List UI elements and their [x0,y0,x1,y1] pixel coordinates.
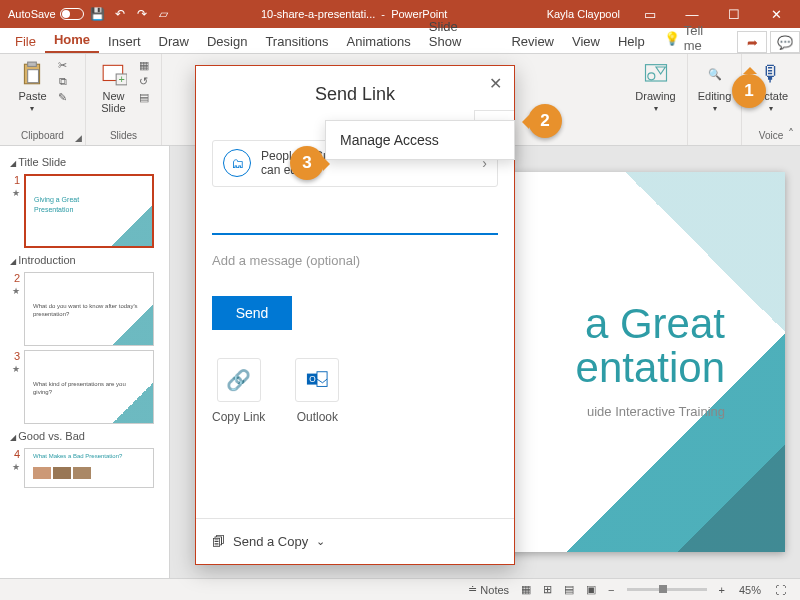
autosave-toggle[interactable]: AutoSave [8,8,84,20]
reading-view-icon[interactable]: ▤ [558,583,580,596]
notes-button[interactable]: ≐Notes [462,583,515,596]
annotation-callout: 2 [528,104,562,138]
reset-icon[interactable]: ↺ [136,74,152,88]
comments-button[interactable]: 💬 [770,31,800,53]
start-slideshow-icon[interactable]: ▱ [156,6,172,22]
undo-icon[interactable]: ↶ [112,6,128,22]
fit-to-window-icon[interactable]: ⛶ [769,584,792,596]
slide-thumbnail[interactable]: What kind of presentations are you givin… [24,350,154,424]
tell-me-search[interactable]: 💡 Tell me [654,23,735,53]
copy-link-button[interactable]: 🔗 Copy Link [212,358,265,424]
editing-icon: 🔍 [701,60,729,88]
copy-icon: 🗐 [212,534,225,549]
cut-icon[interactable]: ✂ [55,58,71,72]
tab-draw[interactable]: Draw [150,30,198,53]
clipboard-launcher-icon[interactable]: ◢ [75,133,82,143]
group-clipboard: Clipboard [21,128,64,141]
svg-rect-10 [317,372,327,387]
svg-point-7 [647,73,654,80]
ribbon-tabs: File Home Insert Draw Design Transitions… [0,28,800,54]
outlook-button[interactable]: O Outlook [295,358,339,424]
send-button[interactable]: Send [212,296,292,330]
message-input[interactable]: Add a message (optional) [212,253,498,268]
new-slide-icon: + [100,60,128,88]
svg-rect-2 [28,70,39,83]
lightbulb-icon: 💡 [664,31,680,46]
recipient-input[interactable] [212,205,498,235]
tab-design[interactable]: Design [198,30,256,53]
tab-transitions[interactable]: Transitions [256,30,337,53]
slide-thumbnail[interactable]: Giving a Great Presentation [24,174,154,248]
svg-text:O: O [310,375,317,384]
drawing-icon [642,60,670,88]
tab-file[interactable]: File [6,30,45,53]
section-icon[interactable]: ▤ [136,90,152,104]
outlook-icon: O [295,358,339,402]
slideshow-view-icon[interactable]: ▣ [580,583,602,596]
send-a-copy-button[interactable]: 🗐 Send a Copy ⌄ [196,518,514,564]
drawing-button[interactable]: Drawing▾ [631,58,679,115]
collapse-ribbon-icon[interactable]: ˄ [788,127,794,141]
close-dialog-button[interactable]: ✕ [489,74,502,93]
copy-icon[interactable]: ⧉ [55,74,71,88]
zoom-out-button[interactable]: − [602,584,620,596]
layout-icon[interactable]: ▦ [136,58,152,72]
editing-button[interactable]: 🔍 Editing▾ [694,58,736,115]
zoom-slider[interactable] [627,588,707,591]
close-icon[interactable]: ✕ [756,0,796,28]
chevron-down-icon: ⌄ [316,535,325,548]
tab-animations[interactable]: Animations [338,30,420,53]
new-slide-button[interactable]: + New Slide [96,58,132,116]
save-icon[interactable]: 💾 [90,6,106,22]
tab-home[interactable]: Home [45,28,99,53]
annotation-callout: 3 [290,146,324,180]
redo-icon[interactable]: ↷ [134,6,150,22]
status-bar: ≐Notes ▦ ⊞ ▤ ▣ − + 45% ⛶ [0,578,800,600]
normal-view-icon[interactable]: ▦ [515,583,537,596]
format-painter-icon[interactable]: ✎ [55,90,71,104]
slide-thumbnail[interactable]: What do you want to know after today's p… [24,272,154,346]
share-button[interactable]: ➦ [737,31,767,53]
section-header[interactable]: Title Slide [4,152,165,172]
dialog-title: Send Link [315,84,395,105]
section-header[interactable]: Good vs. Bad [4,426,165,446]
sorter-view-icon[interactable]: ⊞ [537,583,558,596]
zoom-level[interactable]: 45% [731,584,769,596]
zoom-in-button[interactable]: + [713,584,731,596]
slide-thumbnails-panel[interactable]: Title Slide 1★ Giving a Great Presentati… [0,146,170,578]
briefcase-icon: 🗂 [223,149,251,177]
section-header[interactable]: Introduction [4,250,165,270]
annotation-callout: 1 [732,74,766,108]
svg-rect-1 [28,62,37,66]
svg-text:+: + [118,73,124,85]
manage-access-menu-item[interactable]: Manage Access [325,120,515,160]
tab-review[interactable]: Review [502,30,563,53]
slide-title[interactable]: a Greatentation [576,302,725,390]
group-slides: Slides [110,128,137,141]
tab-insert[interactable]: Insert [99,30,150,53]
slide-subtitle[interactable]: uide Interactive Training [587,404,725,419]
document-title: 10-share-a-presentati... [261,8,375,20]
notes-icon: ≐ [468,583,477,596]
link-icon: 🔗 [217,358,261,402]
paste-button[interactable]: Paste ▾ [14,58,50,115]
user-name[interactable]: Kayla Claypool [537,8,630,20]
tab-view[interactable]: View [563,30,609,53]
tab-help[interactable]: Help [609,30,654,53]
group-voice: Voice [759,128,783,141]
paste-icon [18,60,46,88]
tab-slideshow[interactable]: Slide Show [420,15,503,53]
slide-thumbnail[interactable]: What Makes a Bad Presentation? [24,448,154,488]
